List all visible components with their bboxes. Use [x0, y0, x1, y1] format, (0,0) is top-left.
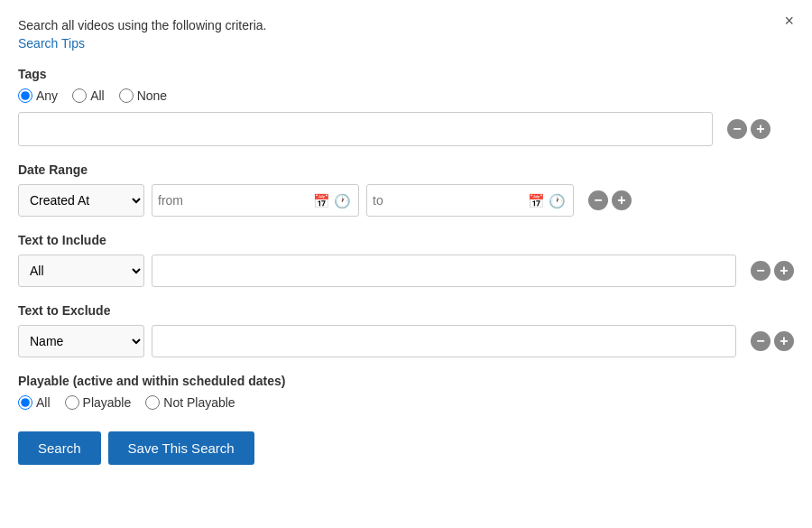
- text-exclude-field-select[interactable]: Name Description Tags: [18, 325, 144, 357]
- footer-buttons: Search Save This Search: [18, 431, 794, 465]
- search-button[interactable]: Search: [18, 431, 101, 465]
- search-tips-link[interactable]: Search Tips: [18, 36, 85, 51]
- tags-label: Tags: [18, 67, 794, 81]
- text-include-add-button[interactable]: +: [774, 261, 794, 281]
- playable-option-playable[interactable]: Playable: [65, 395, 132, 410]
- text-exclude-btn-pair: − +: [751, 331, 794, 351]
- text-include-section: Text to Include All Name Description Tag…: [18, 233, 794, 287]
- tags-section: Tags Any All None − +: [18, 67, 794, 146]
- date-from-calendar-icon[interactable]: 📅: [311, 194, 332, 208]
- date-to-clock-icon[interactable]: 🕐: [547, 194, 567, 208]
- tags-input-row: − +: [18, 112, 794, 146]
- text-include-label: Text to Include: [18, 233, 794, 247]
- tags-add-button[interactable]: +: [751, 119, 770, 139]
- text-exclude-input[interactable]: [152, 325, 736, 357]
- tags-input[interactable]: [18, 112, 713, 146]
- text-include-input[interactable]: [152, 255, 736, 287]
- playable-not-playable-label: Not Playable: [163, 395, 235, 410]
- date-add-button[interactable]: +: [612, 190, 632, 210]
- date-range-section: Date Range Created At Updated At Publish…: [18, 162, 794, 217]
- date-range-label: Date Range: [18, 162, 794, 177]
- tags-any-label: Any: [36, 88, 58, 103]
- playable-radio-not-playable[interactable]: [145, 395, 160, 410]
- date-range-field-select[interactable]: Created At Updated At Published At: [18, 184, 144, 217]
- tags-radio-group: Any All None: [18, 88, 794, 103]
- playable-section: Playable (active and within scheduled da…: [18, 374, 794, 410]
- playable-label: Playable (active and within scheduled da…: [18, 374, 794, 388]
- text-exclude-add-button[interactable]: +: [774, 331, 794, 351]
- playable-all-label: All: [36, 395, 51, 410]
- playable-radio-all[interactable]: [18, 395, 32, 410]
- close-button[interactable]: ×: [784, 13, 794, 29]
- text-include-remove-button[interactable]: −: [751, 261, 770, 281]
- date-from-wrap: 📅 🕐: [152, 184, 359, 217]
- text-include-btn-pair: − +: [751, 261, 794, 281]
- date-remove-button[interactable]: −: [588, 190, 608, 210]
- tags-option-none[interactable]: None: [119, 88, 167, 103]
- tags-btn-pair: − +: [727, 119, 770, 139]
- text-exclude-row: Name Description Tags − +: [18, 325, 794, 357]
- date-range-row: Created At Updated At Published At 📅 🕐 📅…: [18, 184, 794, 217]
- date-to-calendar-icon[interactable]: 📅: [526, 194, 547, 208]
- text-include-row: All Name Description Tags − +: [18, 255, 794, 287]
- save-search-button[interactable]: Save This Search: [108, 431, 254, 465]
- date-to-wrap: 📅 🕐: [366, 184, 574, 217]
- date-from-input[interactable]: [158, 193, 311, 208]
- tags-radio-all[interactable]: [72, 88, 87, 103]
- playable-option-all[interactable]: All: [18, 395, 51, 410]
- playable-playable-label: Playable: [83, 395, 132, 410]
- tags-radio-any[interactable]: [18, 88, 32, 103]
- text-exclude-label: Text to Exclude: [18, 303, 794, 318]
- playable-radio-group: All Playable Not Playable: [18, 395, 794, 410]
- page-description: Search all videos using the following cr…: [18, 18, 794, 32]
- tags-remove-button[interactable]: −: [727, 119, 747, 139]
- tags-option-any[interactable]: Any: [18, 88, 58, 103]
- date-to-input[interactable]: [373, 193, 526, 208]
- text-exclude-remove-button[interactable]: −: [751, 331, 770, 351]
- playable-option-not-playable[interactable]: Not Playable: [145, 395, 235, 410]
- date-from-clock-icon[interactable]: 🕐: [332, 194, 353, 208]
- playable-radio-playable[interactable]: [65, 395, 79, 410]
- date-btn-pair: − +: [588, 190, 632, 210]
- tags-all-label: All: [90, 88, 105, 103]
- text-include-field-select[interactable]: All Name Description Tags: [18, 255, 144, 287]
- tags-none-label: None: [137, 88, 167, 103]
- tags-radio-none[interactable]: [119, 88, 134, 103]
- tags-option-all[interactable]: All: [72, 88, 105, 103]
- text-exclude-section: Text to Exclude Name Description Tags − …: [18, 303, 794, 357]
